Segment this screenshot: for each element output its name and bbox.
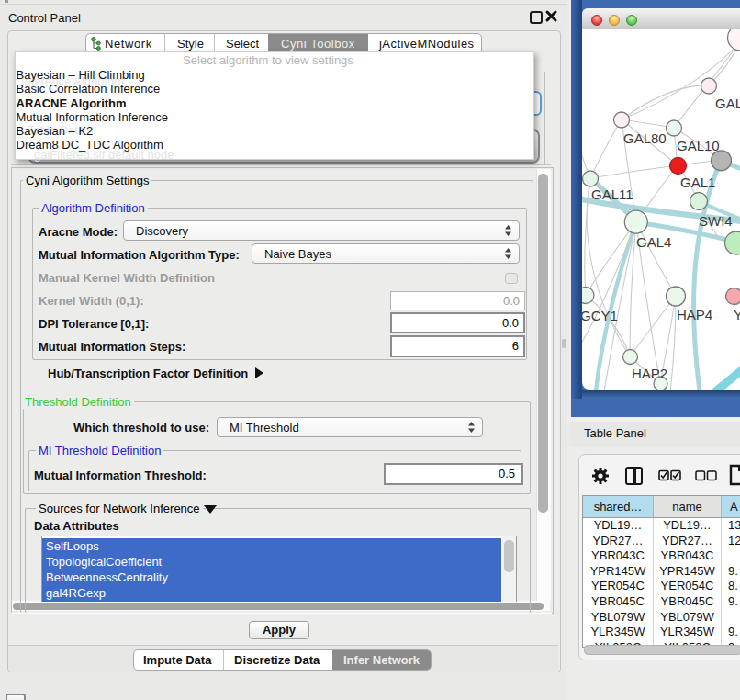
svg-text:YJ: YJ [734, 307, 740, 322]
svg-text:GAL2: GAL2 [715, 96, 740, 111]
svg-text:HAP4: HAP4 [677, 307, 712, 322]
svg-text:SWI4: SWI4 [699, 213, 733, 229]
svg-text:GAL10: GAL10 [677, 138, 720, 153]
svg-text:HAP2: HAP2 [632, 366, 667, 381]
svg-text:GAL80: GAL80 [623, 130, 667, 146]
svg-text:GAL11: GAL11 [591, 186, 633, 202]
svg-text:GCY1: GCY1 [582, 308, 618, 323]
svg-text:GAL1: GAL1 [680, 175, 715, 190]
svg-text:GAL4: GAL4 [636, 234, 671, 250]
